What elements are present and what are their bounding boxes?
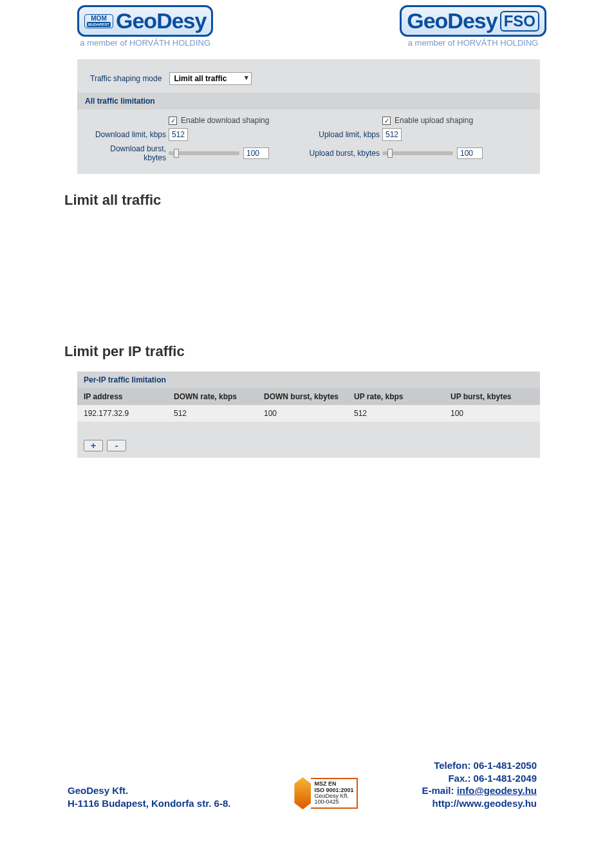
mode-select[interactable]: Limit all traffic [169,72,252,85]
footer: GeoDesy Kft. H-1116 Budapest, Kondorfa s… [13,759,601,822]
footer-address: GeoDesy Kft. H-1116 Budapest, Kondorfa s… [68,784,230,809]
download-limit-label: Download limit, kbps [89,130,166,139]
checkmark-icon: ✓ [382,117,391,125]
footer-street: H-1116 Budapest, Kondorfa str. 6-8. [68,797,230,810]
add-row-button[interactable]: + [84,440,103,451]
logo-left-sub: a member of HORVÁTH HOLDING [80,38,210,48]
mode-label: Traffic shaping mode [90,74,162,83]
enable-download-label: Enable download shaping [181,116,269,125]
cell-ip: 192.177.32.9 [84,409,174,418]
section-limit-all-heading: Limit all traffic [64,192,601,209]
col-down-rate: DOWN rate, kbps [174,392,264,401]
footer-contact: Telefon: 06-1-481-2050 Fax.: 06-1-481-20… [422,759,537,809]
footer-company: GeoDesy Kft. [68,784,230,797]
upload-limit-input[interactable]: 512 [382,128,402,141]
footer-email-link[interactable]: info@geodesy.hu [457,785,537,796]
col-down-burst: DOWN burst, kbytes [264,392,354,401]
logo-mom-sub: BUDAPEST [87,22,111,27]
section-limit-per-ip-heading: Limit per IP traffic [64,343,601,360]
upload-burst-input[interactable]: 100 [457,147,483,159]
traffic-shaping-panel: Traffic shaping mode Limit all traffic A… [77,59,540,174]
footer-fax: Fax.: 06-1-481-2049 [422,772,537,785]
col-ip: IP address [84,392,174,401]
download-burst-slider[interactable] [169,151,239,155]
remove-row-button[interactable]: - [107,440,126,451]
enable-upload-label: Enable upload shaping [395,116,473,125]
cell-up-rate: 512 [354,409,451,418]
iso-line4: 100-0425 [314,799,353,805]
logo-mom-top: MOM [91,15,106,22]
checkmark-icon: ✓ [169,117,177,125]
footer-web: http://www.geodesy.hu [422,797,537,810]
per-ip-columns: IP address DOWN rate, kbps DOWN burst, k… [77,388,540,405]
per-ip-panel: Per-IP traffic limitation IP address DOW… [77,372,540,458]
logo-right-sub: a member of HORVÁTH HOLDING [408,38,539,48]
logo-left: MOM BUDAPEST GeoDesy a member of HORVÁTH… [77,5,213,48]
upload-limit-label: Upload limit, kbps [296,130,380,139]
enable-upload-checkbox[interactable]: ✓ Enable upload shaping [382,116,485,125]
hidden-text-block-2: IP address – A szabályozni kívánt IP cím… [77,467,601,553]
download-burst-input[interactable]: 100 [243,147,269,159]
hidden-text-block-1: Enable download shaping – Letöltés korlá… [77,214,601,325]
upload-burst-label: Upload burst, kbytes [296,149,380,158]
col-up-burst: UP burst, kbytes [451,392,534,401]
table-row[interactable]: 192.177.32.9 512 100 512 100 [77,405,540,422]
logo-geodesy-left: GeoDesy [116,8,206,33]
col-up-rate: UP rate, kbps [354,392,451,401]
per-ip-heading: Per-IP traffic limitation [77,372,540,388]
cell-down-burst: 100 [264,409,354,418]
upload-burst-slider[interactable] [382,151,453,155]
header-logos: MOM BUDAPEST GeoDesy a member of HORVÁTH… [13,0,601,53]
iso-mark-icon [294,777,311,809]
footer-email-label: E-mail: [422,785,456,796]
cell-up-burst: 100 [451,409,534,418]
footer-tel: Telefon: 06-1-481-2050 [422,759,537,772]
logo-fso: FSO [500,11,539,32]
enable-download-checkbox[interactable]: ✓ Enable download shaping [169,116,272,125]
download-burst-label: Download burst, kbytes [89,144,166,162]
cell-down-rate: 512 [174,409,264,418]
footer-iso-badge: MSZ EN ISO 9001:2001 GeoDesy Kft. 100-04… [294,777,358,809]
all-traffic-subhead: All traffic limitation [77,93,540,109]
download-limit-input[interactable]: 512 [169,128,188,141]
logo-geodesy-right: GeoDesy [407,8,497,33]
logo-right: GeoDesy FSO a member of HORVÁTH HOLDING [400,5,546,48]
